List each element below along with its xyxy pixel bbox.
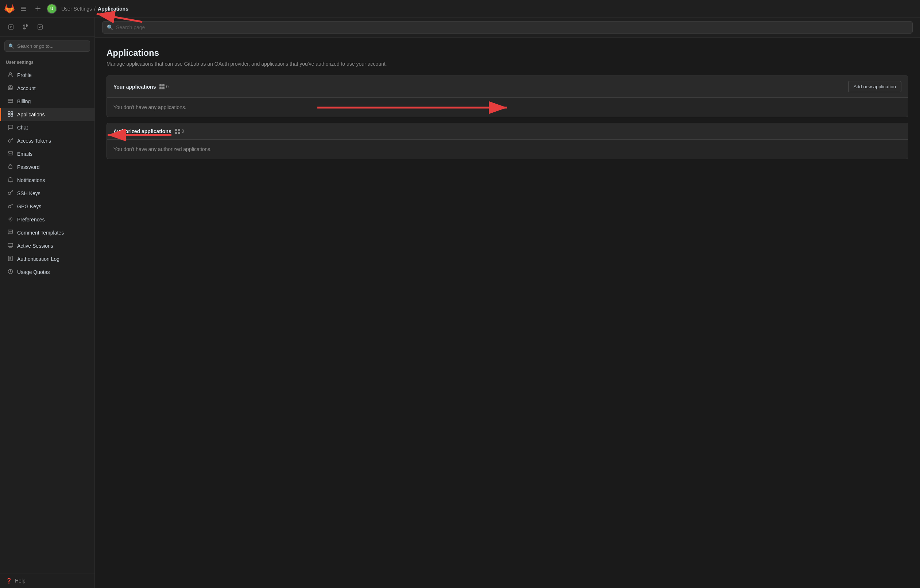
nav-label-usage-quotas: Usage Quotas: [17, 269, 50, 275]
grid-icon: [159, 84, 165, 89]
sidebar-nav-item-active-sessions[interactable]: Active Sessions: [0, 239, 94, 253]
sidebar-nav-item-gpg-keys[interactable]: GPG Keys: [0, 200, 94, 213]
nav-label-active-sessions: Active Sessions: [17, 243, 53, 249]
svg-rect-5: [21, 8, 26, 9]
nav-label-comment-templates: Comment Templates: [17, 230, 64, 236]
help-icon: ❓: [6, 578, 12, 584]
content-main: Applications Manage applications that ca…: [95, 37, 920, 175]
help-label: Help: [15, 578, 26, 584]
authorized-applications-header: Authorized applications 0: [107, 123, 908, 140]
sidebar-nav-item-authentication-log[interactable]: Authentication Log: [0, 253, 94, 266]
svg-rect-19: [8, 112, 10, 114]
breadcrumb-current: Applications: [98, 6, 128, 12]
your-applications-count-badge: 0: [159, 84, 168, 89]
svg-line-29: [11, 190, 13, 193]
nav-label-account: Account: [17, 85, 36, 91]
sidebar-nav-item-access-tokens[interactable]: Access Tokens: [0, 134, 94, 147]
sidebar-nav-item-chat[interactable]: Chat: [0, 121, 94, 134]
sidebar-nav-item-billing[interactable]: Billing: [0, 95, 94, 108]
svg-rect-36: [8, 243, 13, 246]
authorized-applications-card: Authorized applications 0 You don't have…: [107, 123, 908, 159]
svg-rect-21: [8, 115, 10, 117]
page-search-icon: 🔍: [107, 24, 113, 30]
sidebar-nav-item-notifications[interactable]: Notifications: [0, 173, 94, 187]
svg-point-32: [8, 206, 11, 208]
svg-line-25: [12, 139, 13, 140]
svg-line-30: [12, 191, 12, 192]
main-layout: 🔍 Search or go to... User settings Profi…: [0, 18, 920, 588]
nav-label-billing: Billing: [17, 99, 31, 104]
sidebar-tab-todo[interactable]: [34, 20, 47, 34]
add-new-application-button[interactable]: Add new application: [848, 81, 901, 92]
sidebar-nav-item-preferences[interactable]: Preferences: [0, 213, 94, 226]
svg-rect-26: [8, 152, 13, 155]
page-title: Applications: [107, 48, 908, 58]
breadcrumb-parent[interactable]: User Settings: [61, 6, 92, 12]
page-search-bar[interactable]: 🔍 Search page: [102, 21, 913, 34]
nav-icon-chat: [7, 125, 13, 131]
page-search-container: 🔍 Search page: [95, 18, 920, 37]
svg-rect-22: [11, 115, 13, 117]
sidebar-tab-merge[interactable]: [19, 20, 32, 34]
your-applications-title: Your applications 0: [113, 84, 168, 90]
svg-point-14: [9, 73, 11, 75]
nav-label-applications: Applications: [17, 112, 45, 117]
nav-label-profile: Profile: [17, 72, 32, 78]
search-label: Search or go to...: [17, 44, 53, 49]
sidebar-nav-item-account[interactable]: Account: [0, 82, 94, 95]
page-description: Manage applications that can use GitLab …: [107, 61, 908, 67]
svg-point-23: [8, 140, 11, 142]
nav-icon-profile: [7, 72, 13, 78]
sidebar-nav-item-password[interactable]: Password: [0, 160, 94, 173]
your-applications-header: Your applications 0 Add new application: [107, 76, 908, 98]
help-link[interactable]: ❓ Help: [0, 573, 94, 588]
nav-label-emails: Emails: [17, 151, 32, 157]
grid-icon-2: [175, 129, 180, 134]
nav-icon-notifications: [7, 177, 13, 183]
sidebar-tab-page[interactable]: [4, 20, 18, 34]
nav-label-gpg-keys: GPG Keys: [17, 204, 41, 209]
nav-icon-authentication-log: [7, 256, 13, 262]
nav-icon-gpg-keys: [7, 203, 13, 210]
nav-icon-password: [7, 164, 13, 170]
topbar: U User Settings / Applications: [0, 0, 920, 18]
breadcrumb: User Settings / Applications: [61, 6, 128, 12]
sidebar-nav: ProfileAccountBillingApplicationsChatAcc…: [0, 67, 94, 280]
nav-icon-active-sessions: [7, 243, 13, 249]
svg-rect-27: [9, 166, 12, 168]
nav-icon-comment-templates: [7, 230, 13, 236]
sidebar-nav-item-usage-quotas[interactable]: Usage Quotas: [0, 266, 94, 279]
svg-point-16: [10, 86, 11, 88]
authorized-applications-body: You don't have any authorized applicatio…: [107, 140, 908, 159]
nav-label-chat: Chat: [17, 125, 28, 131]
your-applications-card: Your applications 0 Add new application …: [107, 76, 908, 117]
sidebar-nav-item-ssh-keys[interactable]: SSH Keys: [0, 187, 94, 200]
svg-rect-20: [11, 112, 13, 114]
your-applications-body: You don't have any applications.: [107, 98, 908, 117]
nav-icon-access-tokens: [7, 138, 13, 144]
search-or-go-to[interactable]: 🔍 Search or go to...: [4, 40, 90, 52]
user-avatar[interactable]: U: [47, 4, 57, 14]
nav-icon-account: [7, 85, 13, 92]
nav-label-password: Password: [17, 164, 39, 170]
svg-line-24: [11, 138, 13, 141]
sidebar: 🔍 Search or go to... User settings Profi…: [0, 18, 95, 588]
nav-icon-emails: [7, 151, 13, 157]
nav-icon-billing: [7, 98, 13, 105]
nav-label-notifications: Notifications: [17, 177, 45, 183]
sidebar-toggle-button[interactable]: [18, 3, 29, 15]
page-search-placeholder: Search page: [116, 24, 145, 30]
svg-line-31: [12, 191, 13, 191]
nav-label-access-tokens: Access Tokens: [17, 138, 51, 144]
sidebar-nav-item-applications[interactable]: Applications: [0, 108, 94, 121]
sidebar-nav-item-comment-templates[interactable]: Comment Templates: [0, 226, 94, 239]
new-item-button[interactable]: [32, 3, 44, 15]
svg-rect-6: [21, 10, 26, 11]
content-area: 🔍 Search page Applications Manage applic…: [95, 18, 920, 588]
nav-label-ssh-keys: SSH Keys: [17, 190, 40, 196]
sidebar-nav-item-emails[interactable]: Emails: [0, 147, 94, 160]
sidebar-nav-item-profile[interactable]: Profile: [0, 68, 94, 82]
nav-icon-preferences: [7, 216, 13, 223]
svg-rect-7: [9, 25, 13, 29]
svg-point-33: [10, 219, 11, 220]
